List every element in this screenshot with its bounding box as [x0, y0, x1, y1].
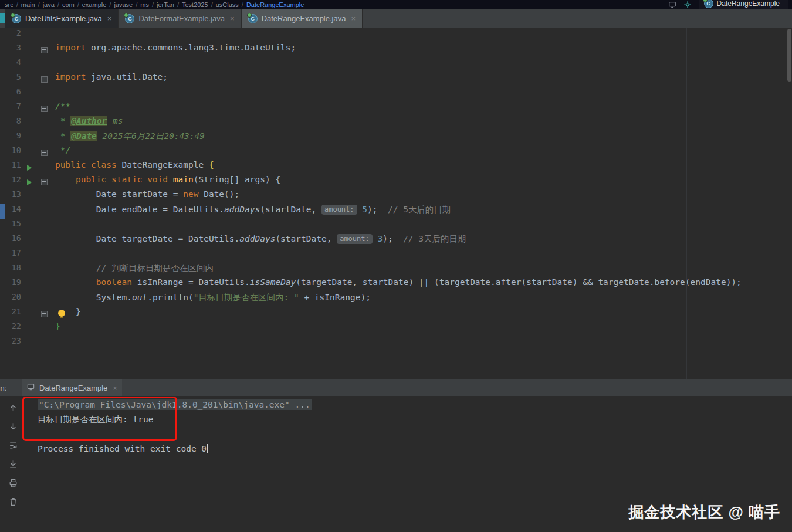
close-icon[interactable]: ×: [113, 384, 117, 392]
breadcrumb-segment[interactable]: usClass: [216, 1, 239, 8]
intention-bulb-icon[interactable]: [58, 310, 65, 317]
run-line-gutter[interactable]: [21, 175, 38, 189]
breadcrumb-segment[interactable]: java: [43, 1, 55, 8]
breadcrumb-segment[interactable]: ms: [140, 1, 149, 8]
java-class-icon: C: [12, 14, 21, 23]
gutter-edge: [0, 277, 5, 292]
tab-label: DateFormatExample.java: [138, 14, 225, 23]
run-tab-label: DateRangeExample: [39, 384, 107, 392]
close-icon[interactable]: ×: [107, 14, 112, 23]
gutter-run-col: [21, 263, 38, 277]
code-editor[interactable]: 23import org.apache.commons.lang3.time.D…: [0, 28, 792, 379]
gutter-edge: [0, 28, 5, 43]
fold-marker[interactable]: [38, 72, 55, 87]
breadcrumb-segment[interactable]: example: [82, 1, 107, 8]
line-number: 21: [5, 307, 21, 321]
console-line: Process finished with exit code 0: [38, 442, 792, 456]
scroll-to-end-icon[interactable]: [8, 459, 18, 469]
run-panel-label: Run:: [0, 384, 9, 392]
gutter-run-col: [21, 189, 38, 204]
gutter-fold-col: [38, 336, 55, 351]
breadcrumb-current[interactable]: DateRangeExample: [246, 1, 304, 8]
soft-wrap-icon[interactable]: [8, 440, 18, 450]
fold-icon: [41, 311, 48, 317]
line-number: 12: [5, 175, 21, 189]
console-line: "C:\Program Files\Java\jdk1.8.0_201\bin\…: [38, 398, 792, 412]
gutter-edge: [0, 72, 5, 87]
code-line: 20 System.out.println("目标日期是否在区间内: " + i…: [0, 292, 792, 307]
run-console-tab[interactable]: DateRangeExample ×: [22, 379, 122, 396]
gutter-fold-col: [38, 233, 55, 248]
locate-icon[interactable]: [683, 1, 692, 9]
breadcrumb-separator: /: [152, 1, 154, 8]
gutter-edge: [0, 307, 5, 321]
code-line: 4: [0, 57, 792, 72]
breadcrumb-segment[interactable]: jerTan: [157, 1, 174, 8]
gutter-edge: [0, 57, 5, 72]
editor-tab[interactable]: CDateRangeExample.java×: [242, 9, 363, 28]
code-text: Date targetDate = DateUtils.addDays(star…: [55, 233, 466, 248]
breadcrumb-segment[interactable]: src: [5, 1, 13, 8]
java-class-icon: C: [704, 0, 713, 8]
code-text: Date endDate = DateUtils.addDays(startDa…: [55, 204, 451, 219]
breadcrumb-separator: /: [57, 1, 59, 8]
editor-tab-bar: CDateUtilsExample.java×CDateFormatExampl…: [0, 9, 792, 28]
fold-marker[interactable]: [38, 145, 55, 160]
breadcrumb-segment[interactable]: com: [62, 1, 75, 8]
tab-label: DateUtilsExample.java: [25, 14, 102, 23]
run-triangle-icon: [27, 165, 32, 171]
console-output[interactable]: "C:\Program Files\Java\jdk1.8.0_201\bin\…: [38, 398, 792, 456]
java-class-icon: C: [125, 14, 134, 23]
gutter-fold-col: [38, 204, 55, 219]
breadcrumb-segment[interactable]: Test2025: [182, 1, 208, 8]
tool-window-icon[interactable]: [0, 13, 5, 23]
monitor-icon[interactable]: [668, 1, 676, 9]
gutter-run-col: [21, 28, 38, 43]
run-line-gutter[interactable]: [21, 160, 38, 175]
breadcrumb-separator: /: [136, 1, 137, 8]
run-config-selector[interactable]: C DateRangeExample: [699, 0, 788, 9]
code-line: 14 Date endDate = DateUtils.addDays(star…: [0, 204, 792, 219]
gutter-run-col: [21, 145, 38, 160]
code-text: }: [55, 321, 60, 336]
down-arrow-icon[interactable]: [8, 422, 18, 432]
line-number: 8: [5, 116, 21, 131]
fold-icon: [41, 47, 48, 53]
close-icon[interactable]: ×: [230, 14, 235, 23]
breadcrumb-segment[interactable]: main: [21, 1, 35, 8]
line-number: 10: [5, 145, 21, 160]
gutter-fold-col: [38, 277, 55, 292]
editor-tab[interactable]: CDateUtilsExample.java×: [5, 9, 119, 28]
fold-marker[interactable]: [38, 43, 55, 57]
line-number: 17: [5, 248, 21, 263]
code-line: 5import java.util.Date;: [0, 72, 792, 87]
code-line: 16 Date targetDate = DateUtils.addDays(s…: [0, 233, 792, 248]
gutter-fold-col: [38, 160, 55, 175]
line-number: 16: [5, 233, 21, 248]
console-icon: [26, 382, 35, 393]
scrollbar-thumb[interactable]: [787, 29, 791, 82]
code-line: 12 public static void main(String[] args…: [0, 175, 792, 189]
code-text: boolean isInRange = DateUtils.isSameDay(…: [55, 277, 742, 292]
breadcrumb-segment[interactable]: javase: [114, 1, 133, 8]
gutter-run-col: [21, 277, 38, 292]
up-arrow-icon[interactable]: [8, 403, 18, 413]
print-icon[interactable]: [8, 478, 18, 488]
clear-icon[interactable]: [8, 497, 18, 507]
code-text: // 判断目标日期是否在区间内: [55, 263, 214, 277]
editor-tab[interactable]: CDateFormatExample.java×: [119, 9, 241, 28]
gutter-run-col: [21, 219, 38, 233]
line-number: 19: [5, 277, 21, 292]
console-toolbar: [8, 403, 18, 507]
gutter-run-col: [21, 72, 38, 87]
fold-marker[interactable]: [38, 101, 55, 116]
breadcrumb-separator: /: [38, 1, 40, 8]
fold-marker[interactable]: [38, 307, 55, 321]
console-line: 目标日期是否在区间内: true: [38, 412, 792, 427]
fold-marker[interactable]: [38, 175, 55, 189]
code-text: * @Date 2025年6月22日20:43:49: [55, 131, 205, 145]
close-icon[interactable]: ×: [351, 14, 356, 23]
code-line: 13 Date startDate = new Date();: [0, 189, 792, 204]
gutter-edge: [0, 248, 5, 263]
line-number: 18: [5, 263, 21, 277]
